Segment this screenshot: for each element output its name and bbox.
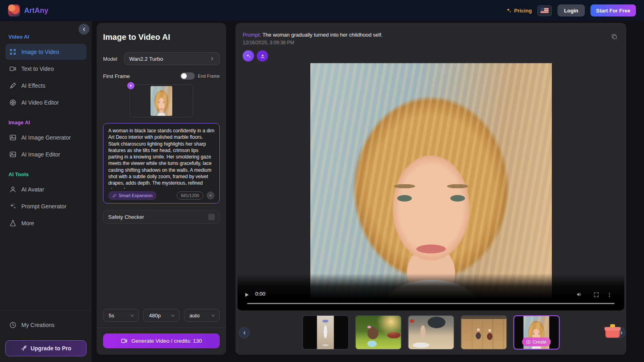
clear-prompt-button[interactable]: × [206, 191, 215, 200]
sidebar-item-ai-image-editor[interactable]: AI Image Editor [5, 146, 87, 162]
divider [97, 327, 226, 328]
duration-value: 5s [109, 313, 114, 319]
volume-icon[interactable] [576, 291, 582, 298]
thumbnail-image [408, 316, 454, 349]
thumbnail-image [317, 316, 334, 349]
expand-icon [9, 48, 17, 56]
thumbnail-figurine-desk[interactable] [408, 315, 454, 350]
model-label: Model [103, 56, 119, 62]
chevron-down-icon [130, 313, 134, 318]
prompt-textarea[interactable]: A woman in black lace stands confidently… [108, 128, 215, 189]
sidebar-item-ai-avatar[interactable]: AI Avatar [5, 181, 87, 197]
pen-icon [9, 82, 17, 89]
brand[interactable]: ArtAny [8, 4, 48, 16]
video-player[interactable]: 0:00 [237, 62, 624, 311]
first-frame-thumbnail [151, 86, 172, 116]
flask-icon [9, 220, 17, 227]
model-select[interactable]: Wan2.2 Turbo [124, 52, 220, 65]
sidebar-item-image-to-video[interactable]: Image to Video [5, 44, 87, 60]
carousel-left-button[interactable] [239, 327, 250, 338]
gift-icon[interactable] [605, 324, 620, 338]
clock-icon [9, 321, 17, 329]
video-frame [310, 63, 552, 304]
sidebar-item-label: Text to Video [21, 66, 54, 72]
download-icon [260, 53, 265, 59]
char-counter: 581/1200 [177, 191, 203, 200]
sidebar-divider [0, 310, 92, 311]
sidebar-item-text-to-video[interactable]: Text to Video [5, 61, 87, 77]
person-icon [9, 186, 17, 193]
upgrade-to-pro-button[interactable]: Upgrade to Pro [5, 340, 87, 356]
first-frame-upload[interactable] [130, 84, 193, 117]
login-button[interactable]: Login [557, 4, 584, 16]
generate-label: Generate Video / credits: 130 [131, 338, 202, 344]
copy-icon[interactable] [611, 33, 617, 40]
chevron-right-icon [210, 56, 215, 61]
create-label: Create [533, 339, 547, 344]
brand-name: ArtAny [24, 6, 48, 15]
create-badge[interactable]: Create [522, 337, 551, 346]
sidebar-item-label: AI Video Editor [21, 99, 59, 106]
sidebar-item-prompt-generator[interactable]: Prompt Generator [5, 198, 87, 214]
composer-panel: Image to Video AI Model Wan2.2 Turbo Fir… [97, 23, 226, 355]
video-camera-icon [121, 337, 128, 344]
thumbnail-girl-garden[interactable] [355, 315, 401, 350]
more-options-icon[interactable] [607, 292, 612, 298]
toggle-knob [181, 73, 187, 79]
safety-checker-label: Safety Checker [108, 214, 144, 220]
sidebar-item-ai-video-editor[interactable]: AI Video Editor [5, 95, 87, 111]
fullscreen-icon[interactable] [593, 292, 599, 298]
resolution-value: 480p [149, 313, 161, 319]
pricing-link[interactable]: Pricing [506, 8, 532, 14]
us-flag-icon [541, 8, 549, 13]
image-icon [9, 151, 17, 158]
aspect-ratio-select[interactable]: auto [184, 309, 220, 322]
sidebar-item-label: AI Image Generator [21, 134, 71, 141]
video-controls: 0:00 [237, 274, 624, 311]
duration-select[interactable]: 5s [103, 309, 139, 322]
safety-checker-checkbox[interactable] [208, 214, 215, 220]
sidebar-item-label: AI Effects [21, 82, 45, 89]
generate-video-button[interactable]: Generate Video / credits: 130 [103, 333, 220, 348]
section-image-ai: Image AI [5, 117, 87, 130]
thumbnail-dolls-dancing[interactable] [460, 315, 507, 350]
current-time: 0:00 [255, 291, 265, 297]
sidebar-item-ai-image-generator[interactable]: AI Image Generator [5, 130, 87, 146]
sidebar-item-label: Prompt Generator [21, 203, 66, 210]
play-button[interactable] [244, 292, 250, 298]
chevron-down-icon [171, 313, 175, 318]
first-frame-label: First Frame [103, 73, 130, 79]
aspect-value: auto [190, 313, 200, 319]
thumbnail-anime-figure[interactable] [302, 315, 349, 350]
sparkles-icon [9, 203, 17, 210]
regenerate-button[interactable] [243, 50, 254, 62]
smart-expansion-button[interactable]: Smart Expansion [108, 191, 157, 200]
language-selector[interactable] [537, 5, 552, 16]
sidebar: Video AI Image to Video Text to Video AI… [0, 21, 92, 362]
model-value: Wan2.2 Turbo [129, 56, 163, 62]
navbar: ArtAny Pricing Login Start For Free [0, 0, 644, 21]
rocket-icon [21, 345, 27, 352]
resolution-select[interactable]: 480p [143, 309, 179, 322]
thumbnail-blonde-woman-selected[interactable]: Create [513, 315, 559, 350]
sidebar-collapse-button[interactable] [78, 24, 89, 35]
video-camera-icon [9, 65, 17, 72]
sidebar-item-label: AI Image Editor [21, 151, 60, 158]
section-ai-tools: AI Tools [5, 169, 87, 181]
sidebar-item-more[interactable]: More [5, 215, 87, 231]
history-carousel: Create [235, 314, 626, 352]
sparkles-icon [246, 53, 251, 59]
start-for-free-button[interactable]: Start For Free [590, 4, 636, 16]
seek-bar[interactable] [247, 303, 615, 304]
upgrade-label: Upgrade to Pro [31, 345, 71, 352]
film-reel-icon [9, 99, 17, 106]
download-button[interactable] [257, 50, 268, 62]
section-video-ai: Video AI [5, 31, 87, 44]
end-frame-toggle[interactable] [180, 72, 195, 80]
thumbnail-image [355, 316, 401, 349]
sidebar-item-label: AI Avatar [21, 186, 44, 193]
sidebar-item-ai-effects[interactable]: AI Effects [5, 78, 87, 94]
preview-panel: Prompt: The woman gradually turned into … [235, 23, 626, 355]
sidebar-item-my-creations[interactable]: My Creations [5, 317, 87, 333]
sidebar-item-label: Image to Video [21, 49, 59, 55]
